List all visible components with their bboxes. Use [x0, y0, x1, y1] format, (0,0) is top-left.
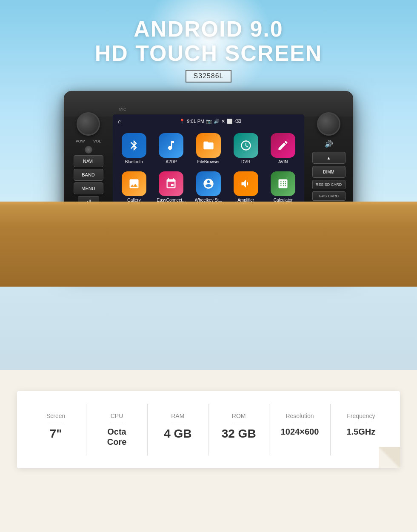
amplifier-app-icon	[234, 171, 258, 196]
wheelkey-app-icon	[196, 171, 221, 196]
dvr-app-icon	[234, 133, 258, 158]
spec-rom: ROM 32 GB	[208, 404, 269, 455]
pow-label: POW	[76, 139, 85, 143]
spec-divider-6	[354, 423, 367, 423]
app-easyconnect[interactable]: EasyConnect...	[154, 168, 189, 205]
avin-app-icon	[271, 133, 295, 158]
eject-button[interactable]: ▲	[312, 152, 346, 164]
spec-resolution: Resolution 1024×600	[269, 404, 330, 455]
filebrowser-label: FileBrowser	[197, 159, 220, 165]
title-block: ANDROID 9.0 HD TOUCH SCREEN S32586L	[95, 17, 323, 83]
spec-frequency-label: Frequency	[347, 413, 375, 419]
spec-divider-5	[293, 423, 306, 423]
app-bluetooth[interactable]: Bluetooth	[116, 130, 152, 166]
time-display: 9:01 PM	[187, 119, 204, 124]
title-line1: ANDROID 9.0	[95, 17, 323, 41]
home-icon[interactable]: ⌂	[118, 118, 121, 125]
spec-ram-label: RAM	[171, 413, 184, 419]
bluetooth-app-icon	[122, 133, 146, 158]
location-icon: 📍	[179, 119, 185, 124]
statusbar-left: ⌂	[118, 118, 121, 125]
spec-cpu-value: OctaCore	[107, 427, 127, 447]
app-grid: Bluetooth A2DP	[113, 128, 304, 208]
spec-ram: RAM 4 GB	[148, 404, 208, 455]
back-icon: ⌫	[234, 119, 241, 124]
band-button[interactable]: BAND	[74, 169, 103, 181]
dvr-label: DVR	[241, 159, 250, 165]
model-badge: S32586L	[186, 70, 231, 83]
res-sdcard-button[interactable]: RES SD CARD	[312, 180, 346, 189]
menu-button[interactable]: MENU	[74, 182, 103, 194]
car-radio-device: MIC POW VOL NAVI BAND MENU ⏎ ⌂	[64, 91, 353, 261]
spec-frequency-value: 1.5GHz	[346, 427, 375, 437]
spec-divider-3	[171, 423, 184, 423]
status-bar: ⌂ 📍 9:01 PM 📷 🔊 ✕ ⬜ ⌫	[113, 114, 304, 128]
app-wheelkey[interactable]: Wheelkey St...	[191, 168, 226, 205]
gallery-app-icon	[122, 171, 146, 196]
app-filebrowser[interactable]: FileBrowser	[191, 130, 226, 166]
a2dp-label: A2DP	[166, 159, 177, 165]
close-icon: ✕	[221, 119, 225, 124]
app-gallery[interactable]: Gallery	[116, 168, 152, 205]
spec-divider-2	[110, 423, 123, 423]
app-dvr[interactable]: DVR	[228, 130, 264, 166]
a2dp-app-icon	[159, 133, 183, 158]
camera-icon: 📷	[206, 119, 212, 124]
spec-ram-value: 4 GB	[164, 427, 191, 441]
spec-cpu: CPU OctaCore	[86, 404, 147, 455]
statusbar-center: 📍 9:01 PM 📷 🔊 ✕ ⬜ ⌫	[179, 119, 241, 124]
avin-label: AVIN	[278, 159, 288, 165]
app-a2dp[interactable]: A2DP	[154, 130, 189, 166]
spec-rom-label: ROM	[232, 413, 246, 419]
pov-vol-labels: POW VOL	[76, 139, 101, 143]
spec-resolution-value: 1024×600	[281, 427, 319, 437]
nav-icon: ⬜	[227, 119, 233, 124]
navi-button[interactable]: NAVI	[74, 155, 103, 167]
desk-surface	[0, 202, 417, 287]
device-wrapper: MIC POW VOL NAVI BAND MENU ⏎ ⌂	[64, 91, 353, 261]
spec-rom-value: 32 GB	[222, 427, 256, 441]
app-calculator[interactable]: Calculator	[265, 168, 301, 205]
left-knob[interactable]	[77, 112, 100, 136]
volume-icon: 🔊	[214, 119, 220, 124]
spec-screen-label: Screen	[46, 413, 65, 419]
dimm-button[interactable]: DIMM	[312, 166, 346, 178]
filebrowser-app-icon	[196, 133, 221, 158]
specs-grid: Screen 7" CPU OctaCore RAM 4 GB ROM 32 G…	[26, 404, 391, 455]
app-amplifier[interactable]: Amplifier	[228, 168, 264, 205]
spec-divider-1	[49, 423, 62, 423]
vol-label: VOL	[93, 139, 101, 143]
right-knob[interactable]	[317, 112, 340, 136]
title-line2: HD TOUCH SCREEN	[95, 41, 323, 65]
calculator-app-icon	[271, 171, 295, 196]
spec-cpu-label: CPU	[111, 413, 123, 419]
spec-screen-value: 7"	[50, 427, 62, 441]
hero-section: ANDROID 9.0 HD TOUCH SCREEN S32586L MIC …	[0, 0, 417, 370]
specs-section: Screen 7" CPU OctaCore RAM 4 GB ROM 32 G…	[0, 370, 417, 532]
gps-card-button[interactable]: GPS CARD	[312, 191, 346, 201]
app-avin[interactable]: AVIN	[265, 130, 301, 166]
specs-paper: Screen 7" CPU OctaCore RAM 4 GB ROM 32 G…	[17, 391, 400, 468]
vol-small-knob[interactable]	[85, 146, 92, 154]
sound-icon: 🔊	[320, 138, 337, 150]
spec-divider-4	[232, 423, 245, 423]
spec-screen: Screen 7"	[26, 404, 86, 455]
bluetooth-label: Bluetooth	[125, 159, 143, 165]
spec-resolution-label: Resolution	[286, 413, 314, 419]
easyconnect-app-icon	[159, 171, 183, 196]
spec-frequency: Frequency 1.5GHz	[331, 404, 391, 455]
mic-label: MIC	[119, 107, 126, 111]
